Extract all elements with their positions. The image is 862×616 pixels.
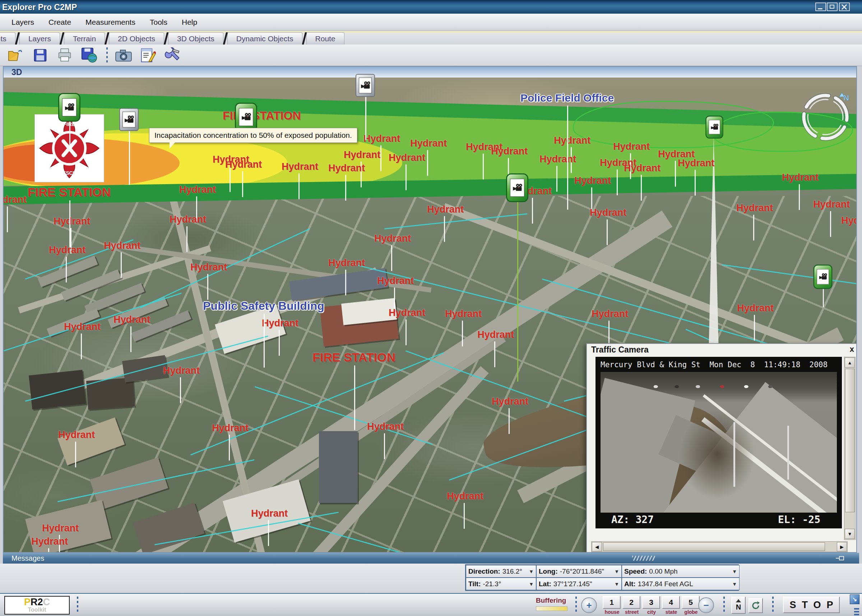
tab-ements[interactable]: ements [0, 32, 16, 44]
screenshot-camera-icon[interactable] [114, 47, 133, 64]
edit-notes-icon[interactable] [138, 47, 157, 64]
hydrant-label: Hydrant [410, 138, 447, 149]
latitude-field[interactable]: Lat:37°1'27.145"▼ [536, 578, 622, 590]
hydrant-label: Hydrant [447, 491, 483, 502]
menu-item-help[interactable]: Help [175, 16, 204, 29]
zoom-out-button[interactable]: − [698, 597, 714, 613]
hydrant-label: Hydrant [113, 314, 150, 325]
popup-horizontal-scrollbar[interactable]: ◀ ▶ [591, 541, 848, 552]
longitude-field[interactable]: Long:-76°20'11.846"▼ [536, 565, 622, 578]
menu-bar: LayersCreateMeasurementsToolsHelp [0, 14, 862, 31]
menu-item-measurements[interactable]: Measurements [78, 16, 143, 29]
hydrant-label: Hydrant [58, 429, 95, 440]
save-world-icon[interactable] [80, 47, 98, 64]
hydrant-label: Hydrant [31, 536, 68, 547]
compass-ring[interactable]: N [799, 88, 853, 146]
traffic-camera-popup[interactable]: Traffic Camera x Mercury Blvd & King St … [586, 343, 857, 553]
scroll-right-icon[interactable]: ▶ [837, 542, 847, 552]
camera-icon[interactable] [119, 108, 138, 131]
menu-item-create[interactable]: Create [41, 16, 78, 29]
north-button[interactable]: N [731, 597, 746, 614]
chevron-down-icon: ▼ [529, 581, 534, 587]
hydrant-label: Hydrant [678, 157, 714, 169]
video-camera-glyph [818, 273, 827, 281]
camera-icon[interactable] [813, 264, 832, 289]
hydrant-label: Hydrant [328, 163, 365, 174]
close-button[interactable] [839, 3, 850, 11]
video-camera-glyph [360, 81, 371, 90]
hydrant-label: Hydrant [179, 184, 216, 195]
camera-icon[interactable] [235, 103, 257, 131]
hydrant-label: Hydrant [262, 318, 299, 329]
direction-field[interactable]: Direction:316.2°▼ [466, 565, 536, 578]
popup-close-icon[interactable]: x [850, 345, 854, 354]
rotate-view-button[interactable] [749, 598, 763, 613]
altitude-field[interactable]: Alt:1347.84 Feet AGL▼ [622, 578, 739, 590]
tab-layers[interactable]: Layers [19, 32, 60, 44]
video-camera-glyph [64, 103, 75, 112]
camera-icon[interactable] [506, 173, 529, 202]
buffering-indicator: Buffering [536, 597, 568, 611]
hydrant-label: Hydrant [590, 207, 626, 218]
zoom-level-street[interactable]: 2street [623, 596, 641, 615]
tab-route[interactable]: Route [307, 32, 344, 44]
hydrant-label: Hydrant [813, 199, 850, 210]
hydrant-label: Hydrant [389, 307, 425, 318]
hydrant-label: Hydrant [190, 262, 227, 273]
tab-divider [302, 32, 307, 44]
tab-dynamic-objects[interactable]: Dynamic Objects [227, 32, 302, 44]
zoom-level-state[interactable]: 4state [662, 596, 681, 615]
tab-2d-objects[interactable]: 2D Objects [109, 32, 164, 44]
zoom-level-globe[interactable]: 5globe [682, 596, 700, 615]
camera-icon[interactable] [705, 116, 724, 138]
pin-icon[interactable] [835, 555, 845, 561]
camera-icon[interactable] [58, 93, 80, 122]
camera-icon[interactable] [355, 74, 375, 97]
messages-drag-grip[interactable] [632, 556, 655, 561]
minimize-button[interactable] [815, 3, 826, 11]
tilt-field[interactable]: Tilt:-21.3°▼ [466, 578, 536, 590]
chevron-down-icon: ▼ [732, 569, 737, 574]
corner-grip [854, 608, 859, 615]
vertical-scroll-thumb[interactable] [845, 369, 855, 512]
tools-icon[interactable] [163, 47, 182, 64]
hydrant-label: Hydrant [491, 146, 528, 157]
hydrant-label: Hydrant [344, 149, 381, 160]
hydrant-label: Hydrant [540, 154, 576, 165]
tab-terrain[interactable]: Terrain [64, 32, 105, 44]
messages-label: Messages [11, 554, 44, 563]
print-icon[interactable] [55, 47, 74, 64]
hydrant-label: Hydrant [3, 194, 27, 205]
map-3d-viewport[interactable]: 3D FIRE RESCUE [3, 66, 857, 553]
zoom-level-city[interactable]: 3city [642, 596, 661, 615]
menu-item-tools[interactable]: Tools [143, 16, 175, 29]
stop-button[interactable]: STOP [783, 597, 840, 613]
zoom-level-house[interactable]: 1house [603, 596, 621, 615]
zoom-in-button[interactable]: + [581, 597, 597, 613]
maximize-button[interactable] [827, 3, 838, 11]
restore-layout-icon[interactable]: ↘ [850, 594, 859, 604]
hydrant-label: Hydrant [736, 203, 773, 214]
hydrant-label: Hydrant [841, 215, 857, 226]
scroll-down-icon[interactable]: ▼ [845, 529, 855, 539]
scroll-up-icon[interactable]: ▲ [845, 358, 855, 368]
hydrant-label: Hydrant [737, 303, 774, 314]
scroll-left-icon[interactable]: ◀ [592, 542, 602, 552]
buffering-progress-bar [536, 606, 568, 611]
camera-scene [601, 372, 837, 512]
popup-vertical-scrollbar[interactable]: ▲ ▼ [844, 357, 856, 540]
hydrant-label: Hydrant [163, 365, 200, 376]
hydrant-label: Hydrant [104, 240, 140, 251]
speed-field[interactable]: Speed:0.00 Mph▼ [622, 565, 739, 578]
chevron-down-icon: ▼ [614, 581, 619, 587]
menu-item-layers[interactable]: Layers [4, 16, 41, 29]
hydrant-label: Hydrant [374, 233, 411, 244]
messages-bar[interactable]: Messages [3, 553, 859, 564]
horizontal-scroll-thumb[interactable] [603, 542, 825, 551]
camera-overlay-text: Mercury Blvd & King St Mon Dec 8 11:49:1… [601, 360, 827, 369]
save-icon[interactable] [31, 47, 50, 64]
tab-3d-objects[interactable]: 3D Objects [168, 32, 223, 44]
hydrant-label: Hydrant [591, 308, 628, 319]
hydrant-label: Hydrant [389, 152, 425, 163]
open-icon[interactable] [6, 47, 25, 64]
